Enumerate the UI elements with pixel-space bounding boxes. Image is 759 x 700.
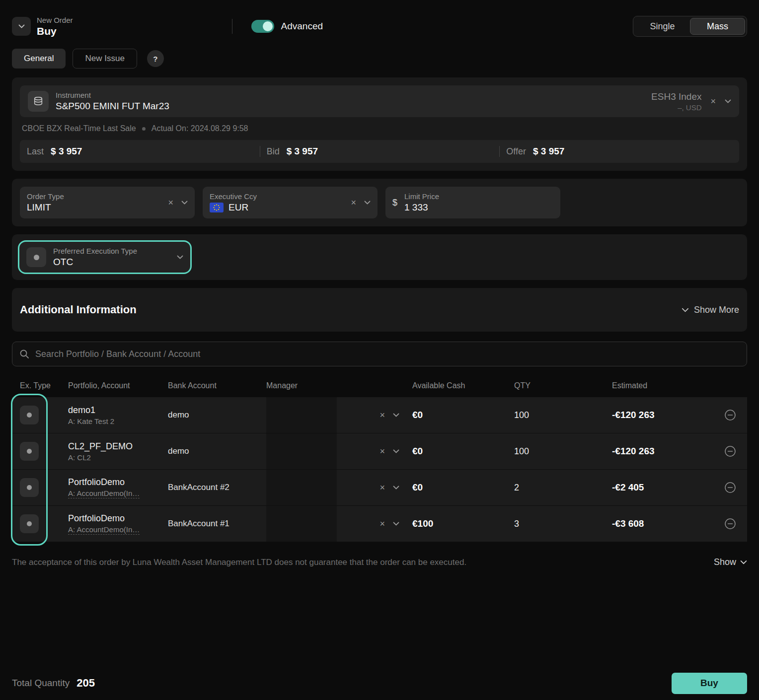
show-label: Show: [714, 557, 736, 567]
manager-cell: ×: [258, 506, 404, 542]
remove-row-button[interactable]: [711, 482, 747, 493]
tab-general[interactable]: General: [12, 49, 66, 69]
actual-on: Actual On: 2024.08.29 9:58: [152, 124, 248, 133]
remove-row-button[interactable]: [711, 518, 747, 530]
minus-circle-icon: [724, 409, 736, 421]
portfolio-name: PortfolioDemo: [68, 513, 160, 524]
row-checkbox[interactable]: [20, 514, 39, 533]
chevron-down-icon: [740, 560, 747, 564]
offer-price: Offer $ 3 957: [499, 140, 739, 163]
bank-account-name: BankAccount #2: [168, 483, 229, 492]
remove-row-button[interactable]: [711, 409, 747, 421]
help-button[interactable]: ?: [147, 50, 164, 67]
search-input[interactable]: [35, 349, 740, 359]
tab-new-issue[interactable]: New Issue: [73, 49, 137, 69]
order-side-label: Buy: [37, 25, 73, 37]
tab-bar: General New Issue ?: [12, 49, 747, 69]
qty-value: 2: [514, 483, 519, 492]
chevron-down-icon[interactable]: [177, 255, 183, 259]
show-more-button[interactable]: Show More: [682, 305, 739, 315]
bullet-icon: [142, 127, 146, 131]
qty-value: 100: [514, 446, 529, 456]
disclaimer-row: The acceptance of this order by Luna Wea…: [12, 557, 747, 567]
clear-ccy-icon[interactable]: ×: [351, 198, 356, 207]
ticker-name: ESH3 Index: [651, 91, 701, 102]
mode-mass-button[interactable]: Mass: [690, 18, 745, 35]
bank-account-cell: demo: [160, 446, 258, 456]
manager-select[interactable]: [266, 470, 337, 505]
manager-cell: ×: [258, 397, 404, 433]
show-button[interactable]: Show: [714, 557, 747, 567]
estimated-cell: -€3 608: [604, 518, 711, 529]
coins-icon: [28, 91, 49, 112]
manager-select[interactable]: [266, 397, 337, 433]
bank-account-name: BankAccount #1: [168, 519, 229, 528]
executive-ccy-select[interactable]: Executive Ccy EUR ×: [203, 187, 378, 218]
chevron-down-icon[interactable]: [393, 413, 399, 417]
row-checkbox[interactable]: [20, 478, 39, 497]
checkbox-dot-icon: [27, 449, 32, 454]
last-label: Last: [27, 146, 44, 157]
portfolio-cell: CL2_PF_DEMO A: CL2: [60, 441, 160, 462]
instrument-select[interactable]: Instrument S&P500 EMINI FUT Mar23 ESH3 I…: [20, 85, 739, 117]
advanced-label: Advanced: [281, 21, 323, 32]
manager-select[interactable]: [266, 506, 337, 542]
ccy-label: Executive Ccy: [210, 192, 257, 201]
row-checkbox[interactable]: [20, 406, 39, 424]
chevron-down-icon[interactable]: [393, 486, 399, 490]
feed-source: CBOE BZX Real-Time Last Sale: [22, 124, 136, 133]
clear-manager-icon[interactable]: ×: [380, 411, 385, 420]
order-type-select[interactable]: Order Type LIMIT ×: [20, 187, 195, 218]
qty-cell: 100: [506, 410, 604, 420]
portfolio-name: PortfolioDemo: [68, 477, 160, 488]
checkbox-dot-icon: [27, 413, 32, 418]
mode-segmented-control: Single Mass: [633, 16, 747, 37]
search-icon: [19, 349, 29, 359]
manager-cell: ×: [258, 433, 404, 469]
instrument-right: ESH3 Index –, USD ×: [651, 91, 731, 112]
estimated-cell: -€2 405: [604, 482, 711, 493]
clear-manager-icon[interactable]: ×: [380, 519, 385, 528]
execution-checkbox[interactable]: [26, 247, 46, 267]
available-cash-cell: €100: [404, 518, 506, 529]
chevron-down-icon[interactable]: [725, 99, 731, 103]
estimated-cell: -€120 263: [604, 446, 711, 457]
clear-manager-icon[interactable]: ×: [380, 447, 385, 456]
clear-manager-icon[interactable]: ×: [380, 483, 385, 492]
dollar-prefix: $: [392, 198, 397, 208]
available-cash-cell: €0: [404, 410, 506, 420]
search-bar: [12, 342, 747, 366]
new-order-label: New Order: [37, 16, 73, 24]
preferred-execution-type-select[interactable]: Preferred Execution Type OTC: [18, 240, 192, 274]
order-side-dropdown-button[interactable]: [12, 17, 31, 36]
chevron-down-icon[interactable]: [181, 201, 188, 205]
advanced-toggle[interactable]: [251, 20, 274, 33]
bank-account-name: demo: [168, 446, 189, 456]
checkbox-dot-icon: [27, 521, 32, 526]
execution-value: OTC: [53, 257, 137, 268]
buy-button[interactable]: Buy: [672, 673, 747, 694]
clear-instrument-icon[interactable]: ×: [710, 97, 716, 106]
manager-select[interactable]: [266, 433, 337, 469]
portfolio-cell: PortfolioDemo A: AccountDemo(In…: [60, 477, 160, 498]
mode-single-button[interactable]: Single: [635, 18, 690, 35]
chevron-down-icon[interactable]: [364, 201, 371, 205]
chevron-down-icon[interactable]: [393, 449, 399, 453]
row-checkbox[interactable]: [20, 442, 39, 461]
chevron-down-icon[interactable]: [393, 522, 399, 526]
ex-type-cell: [12, 442, 60, 461]
limit-price-field[interactable]: $ Limit Price 1 333: [385, 187, 560, 218]
qty-value: 3: [514, 519, 519, 529]
remove-row-button[interactable]: [711, 445, 747, 457]
qty-cell: 100: [506, 446, 604, 457]
advanced-toggle-group: Advanced: [251, 20, 323, 33]
bid-price: Bid $ 3 957: [260, 140, 500, 163]
clear-order-type-icon[interactable]: ×: [168, 198, 173, 207]
instrument-label: Instrument: [56, 91, 169, 99]
bank-account-cell: demo: [160, 410, 258, 420]
total-quantity-value: 205: [76, 677, 95, 690]
last-price: Last $ 3 957: [20, 140, 260, 163]
header-qty: QTY: [506, 377, 604, 397]
table-header: Ex. Type Portfolio, Account Bank Account…: [12, 377, 747, 397]
order-type-value: LIMIT: [27, 202, 64, 213]
